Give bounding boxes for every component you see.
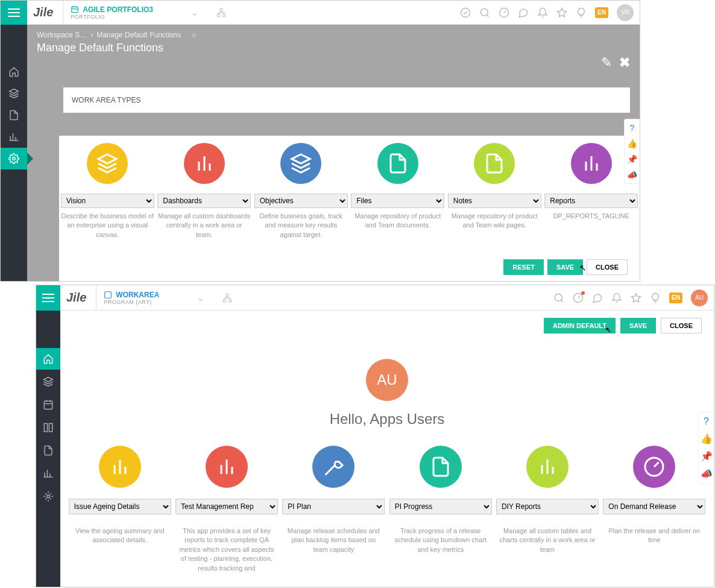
quick-access-card-vision: Vision Describe the business model of an… [61, 143, 154, 239]
help-icon[interactable]: ? [630, 123, 635, 133]
close-button[interactable]: CLOSE [661, 318, 702, 334]
bell-icon[interactable] [537, 7, 548, 18]
card-desc: Manage all custom tables and charts cent… [496, 526, 599, 554]
star-icon[interactable] [556, 7, 567, 18]
sidebar [36, 285, 60, 587]
sidebar-calendar[interactable] [36, 394, 60, 416]
function-select[interactable]: Issue Ageing Details [69, 499, 171, 514]
close-button[interactable]: CLOSE [587, 259, 628, 275]
quick-access-card-objectives: Objectives Define business goals, track … [254, 143, 348, 239]
card-desc: Describe the business model of an enterp… [61, 212, 154, 239]
svg-point-5 [461, 8, 470, 17]
sidebar-charts[interactable] [1, 126, 27, 148]
files-icon [430, 456, 452, 478]
sidebar-files[interactable] [36, 440, 60, 461]
thumbs-up-icon[interactable]: 👍 [701, 433, 713, 444]
bar-chart-icon [8, 131, 19, 142]
chat-icon[interactable] [518, 7, 529, 18]
breadcrumb: Workspace S… › Manage Default Functions … [37, 31, 630, 39]
quick-access-card-ondemand-release: On Demand Release Plan the release and d… [603, 446, 705, 573]
admin-default-button[interactable]: ADMIN DEFAULT ↖ [544, 318, 616, 334]
app-logo: Jile [33, 5, 53, 19]
function-select[interactable]: Test Management Rep [175, 499, 278, 514]
chevron-down-icon[interactable]: ⌄ [197, 292, 204, 303]
language-badge[interactable]: EN [669, 292, 682, 303]
save-button[interactable]: SAVE [547, 259, 583, 275]
help-icon[interactable]: ? [704, 416, 709, 427]
sidebar-settings[interactable] [36, 485, 60, 507]
workarea-selector[interactable]: WORKAREA PROGRAM (ART) [96, 285, 166, 310]
feedback-dock: ? 👍 📌 📣 [624, 119, 640, 184]
language-badge[interactable]: EN [595, 7, 608, 18]
sidebar-charts[interactable] [36, 463, 60, 484]
files-circle-icon [377, 143, 418, 184]
pi-plan-circle-icon [312, 446, 354, 488]
announce-icon[interactable]: 📣 [627, 170, 637, 180]
function-select[interactable]: Objectives [254, 194, 348, 208]
function-select[interactable]: On Demand Release [603, 499, 705, 514]
sidebar-layers[interactable] [36, 371, 60, 393]
star-icon[interactable]: ☆ [191, 31, 197, 39]
user-avatar[interactable]: AU [691, 289, 708, 306]
app-logo: Jile [66, 291, 86, 305]
page-content-dimmed: Workspace S… › Manage Default Functions … [27, 25, 640, 281]
workarea-selector[interactable]: AGILE PORTFOLIO3 PORTFOLIO [63, 1, 160, 24]
svg-rect-4 [223, 14, 225, 16]
function-select[interactable]: Vision [61, 194, 154, 208]
workarea-icon [104, 291, 112, 299]
card-desc: Manage repository of product and Team wi… [448, 212, 541, 230]
svg-rect-10 [49, 423, 52, 432]
sidebar-settings[interactable] [1, 148, 27, 169]
svg-rect-14 [224, 299, 226, 302]
star-icon[interactable] [631, 292, 641, 303]
search-icon[interactable] [479, 7, 490, 18]
search-icon[interactable] [553, 292, 564, 303]
bar-chart-icon [194, 153, 215, 174]
close-icon[interactable]: ✖ [619, 55, 630, 71]
function-select[interactable]: DIY Reports [496, 499, 599, 514]
bar-chart-icon [43, 468, 54, 479]
layers-icon [96, 153, 118, 174]
bell-icon[interactable] [611, 292, 622, 303]
function-select[interactable]: PI Progress [389, 499, 492, 514]
function-select[interactable]: Reports [544, 194, 638, 208]
svg-rect-15 [229, 299, 232, 302]
chat-icon[interactable] [592, 292, 603, 303]
function-select[interactable]: Notes [448, 194, 541, 208]
hamburger-button[interactable] [36, 285, 60, 311]
quick-access-card-pi-progress: PI Progress Track progress of a release … [389, 446, 492, 573]
sidebar-files[interactable] [1, 104, 27, 126]
bulb-icon[interactable] [650, 292, 661, 303]
save-button[interactable]: SAVE [620, 318, 656, 334]
pin-icon[interactable]: 📌 [701, 450, 713, 462]
sidebar-home[interactable] [36, 348, 60, 370]
workarea-name: AGILE PORTFOLIO3 [83, 5, 153, 14]
gauge-icon [643, 456, 665, 478]
check-circle-icon[interactable] [460, 7, 471, 18]
gauge-icon[interactable] [499, 7, 509, 18]
svg-rect-9 [44, 423, 47, 432]
pin-icon[interactable]: 📌 [627, 154, 637, 164]
workarea-type: PORTFOLIO [71, 14, 153, 20]
sidebar-home[interactable] [1, 61, 27, 83]
user-avatar[interactable]: VR [617, 4, 634, 21]
breadcrumb-second[interactable]: Manage Default Functions [96, 31, 181, 39]
chevron-down-icon[interactable]: ⌄ [191, 7, 198, 18]
hamburger-button[interactable] [1, 1, 27, 25]
sidebar-board[interactable] [36, 417, 60, 438]
hierarchy-icon[interactable] [222, 293, 232, 303]
reset-button[interactable]: RESET [503, 259, 544, 275]
announce-icon[interactable]: 📣 [701, 468, 713, 479]
edit-icon[interactable]: ✎ [601, 55, 612, 71]
function-select[interactable]: PI Plan [282, 499, 385, 514]
svg-point-16 [555, 294, 562, 301]
gauge-with-dot[interactable] [573, 292, 584, 303]
function-select[interactable]: Dashboards [157, 194, 251, 208]
breadcrumb-first[interactable]: Workspace S… [37, 31, 87, 39]
function-select[interactable]: Files [351, 194, 444, 208]
thumbs-up-icon[interactable]: 👍 [627, 139, 637, 148]
bulb-icon[interactable] [576, 7, 587, 18]
hierarchy-icon[interactable] [216, 8, 226, 17]
document-icon [483, 153, 505, 174]
sidebar-layers[interactable] [1, 83, 27, 104]
